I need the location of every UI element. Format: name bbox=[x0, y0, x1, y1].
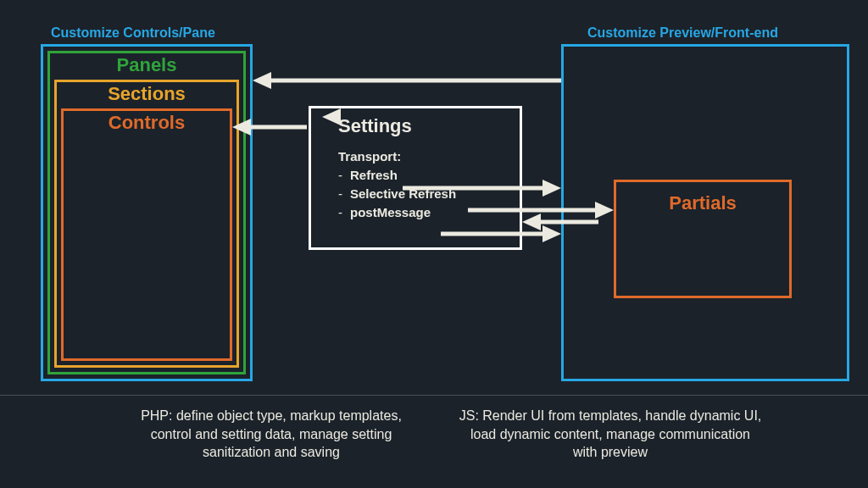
controls-label: Controls bbox=[62, 112, 231, 134]
footer-js: JS: Render UI from templates, handle dyn… bbox=[458, 407, 763, 462]
transport-refresh: -Refresh bbox=[338, 168, 520, 182]
footer-php: PHP: define object type, markup template… bbox=[119, 407, 424, 462]
preview-pane-title: Customize Preview/Front-end bbox=[587, 25, 778, 41]
settings-box: Settings Transport: -Refresh -Selective … bbox=[309, 106, 522, 250]
svg-marker-12 bbox=[542, 225, 561, 242]
partials-box: Partials bbox=[614, 180, 792, 298]
transport-selective-refresh: -Selective Refresh bbox=[338, 186, 520, 201]
transport-label: Transport: bbox=[338, 149, 520, 164]
controls-pane-title: Customize Controls/Pane bbox=[51, 25, 215, 41]
sections-label: Sections bbox=[62, 83, 231, 105]
controls-box bbox=[61, 108, 232, 361]
footer-separator bbox=[0, 395, 868, 396]
transport-list: -Refresh -Selective Refresh -postMessage bbox=[338, 168, 520, 219]
partials-label: Partials bbox=[616, 192, 789, 214]
svg-marker-6 bbox=[542, 180, 561, 197]
svg-marker-10 bbox=[522, 214, 541, 230]
diagram-stage: Customize Controls/Pane Customize Previe… bbox=[0, 0, 868, 488]
settings-title: Settings bbox=[338, 115, 520, 137]
panels-label: Panels bbox=[62, 54, 231, 76]
transport-postmessage: -postMessage bbox=[338, 205, 520, 219]
svg-marker-1 bbox=[253, 72, 271, 89]
